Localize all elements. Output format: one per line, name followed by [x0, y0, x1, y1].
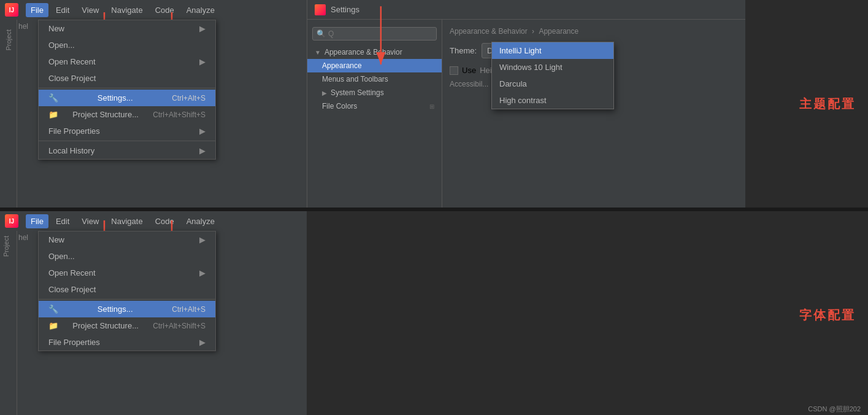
arrow-icon-recent-bottom: ▶ — [199, 268, 205, 277]
watermark: CSDN @照胆202 — [808, 405, 861, 414]
menu-item-file-props-label: File Properties — [48, 126, 100, 136]
settings-shortcut-top: Ctrl+Alt+S — [172, 94, 205, 103]
menu-code-top[interactable]: Code — [150, 3, 179, 17]
menu-item-open-label-bottom: Open... — [48, 252, 75, 261]
menu-item-close-label-bottom: Close Project — [48, 285, 96, 294]
arrow-icon-new-bottom: ▶ — [199, 235, 205, 244]
menu-item-file-props-label-bottom: File Properties — [48, 338, 100, 347]
settings-logo-top — [315, 4, 326, 15]
theme-option-intellij-light[interactable]: IntelliJ Light — [492, 42, 613, 59]
search-box-top[interactable]: 🔍 — [312, 27, 437, 41]
settings-panel-top: Settings 🔍 ▼ Appearance & Behavior Appea… — [307, 0, 745, 208]
menu-item-new-top[interactable]: New ▶ — [39, 20, 215, 37]
expand-icon-ss: ▶ — [322, 90, 327, 96]
file-colors-icon: ⊞ — [429, 103, 434, 110]
he-label-top: hel — [18, 22, 28, 31]
arrow-icon-new: ▶ — [199, 24, 205, 33]
menu-item-open-bottom[interactable]: Open... — [39, 248, 215, 265]
menu-view-bottom[interactable]: View — [77, 214, 104, 228]
settings-main-top: Appearance & Behavior › Appearance Theme… — [442, 20, 745, 208]
theme-popup-top: IntelliJ Light Windows 10 Light Darcula … — [491, 42, 614, 109]
breadcrumb-top: Appearance & Behavior › Appearance — [450, 27, 738, 36]
menu-item-project-struct-bottom[interactable]: 📁 Project Structure... Ctrl+Alt+Shift+S — [39, 317, 215, 334]
ide-bottom: IJ File Edit View Navigate Code Analyze … — [0, 211, 307, 415]
ide-title-bar-top: IJ File Edit View Navigate Code Analyze — [0, 0, 307, 20]
search-icon-top: 🔍 — [317, 29, 326, 38]
menu-item-open-recent-label: Open Recent — [48, 57, 96, 66]
menu-item-file-props-top[interactable]: File Properties ▶ — [39, 123, 215, 139]
menu-view-top[interactable]: View — [77, 3, 104, 17]
menu-file-top[interactable]: File — [26, 3, 48, 17]
tree-label-appearance: Appearance — [322, 61, 362, 70]
menu-analyze-bottom[interactable]: Analyze — [182, 214, 220, 228]
menu-edit-top[interactable]: Edit — [51, 3, 74, 17]
hei-label: Hei — [480, 66, 492, 75]
menu-navigate-top[interactable]: Navigate — [106, 3, 147, 17]
bottom-section: IJ File Edit View Navigate Code Analyze … — [0, 211, 868, 415]
tree-label-ab: Appearance & Behavior — [325, 48, 402, 56]
menu-item-local-history-label: Local History — [48, 146, 94, 155]
menu-analyze-top[interactable]: Analyze — [182, 3, 220, 17]
wrench-icon-bottom: 🔧 — [48, 304, 58, 314]
menu-bar-top: File Edit View Navigate Code Analyze — [26, 3, 220, 17]
menu-file-bottom[interactable]: File — [26, 214, 48, 228]
menu-item-settings-label-top: Settings... — [98, 93, 133, 103]
menu-item-open-top[interactable]: Open... — [39, 37, 215, 53]
wrench-icon-top: 🔧 — [48, 93, 58, 103]
project-sidebar-top: Project — [0, 20, 17, 208]
menu-edit-bottom[interactable]: Edit — [51, 214, 74, 228]
divider-1-bottom — [39, 299, 215, 300]
tree-item-appearance-top[interactable]: Appearance — [307, 59, 442, 72]
menu-navigate-bottom[interactable]: Navigate — [106, 214, 147, 228]
dropdown-menu-top: New ▶ Open... Open Recent ▶ Close Projec… — [38, 20, 216, 160]
breadcrumb-part1-top: Appearance & Behavior — [450, 27, 528, 36]
proj-struct-shortcut-top: Ctrl+Alt+Shift+S — [153, 111, 205, 119]
menu-item-open-recent-label-bottom: Open Recent — [48, 268, 96, 277]
divider-1-top — [39, 88, 215, 88]
project-struct-icon-bottom: 📁 — [48, 321, 58, 330]
use-checkbox[interactable] — [450, 66, 458, 75]
menu-item-proj-struct-label-top: Project Structure... — [72, 110, 139, 119]
menu-item-local-history-top[interactable]: Local History ▶ — [39, 142, 215, 159]
menu-item-new-bottom[interactable]: New ▶ — [39, 231, 215, 248]
menu-code-bottom[interactable]: Code — [150, 214, 179, 228]
menu-item-file-props-bottom[interactable]: File Properties ▶ — [39, 334, 215, 351]
sidebar-project-label[interactable]: Project — [2, 25, 15, 55]
settings-tree-top: 🔍 ▼ Appearance & Behavior Appearance Men… — [307, 20, 442, 208]
top-section: IJ File Edit View Navigate Code Analyze … — [0, 0, 868, 208]
settings-shortcut-bottom: Ctrl+Alt+S — [172, 305, 205, 314]
ide-top: IJ File Edit View Navigate Code Analyze … — [0, 0, 307, 208]
tree-item-system-settings-top[interactable]: ▶ System Settings — [307, 86, 442, 99]
ide-logo-top: IJ — [5, 3, 18, 17]
menu-item-settings-top[interactable]: 🔧 Settings... Ctrl+Alt+S — [39, 90, 215, 106]
menu-item-settings-bottom[interactable]: 🔧 Settings... Ctrl+Alt+S — [39, 301, 215, 317]
tree-item-menus-top[interactable]: Menus and Toolbars — [307, 72, 442, 86]
theme-option-high-contrast[interactable]: High contrast — [492, 92, 613, 109]
project-sidebar-bottom: Project — [0, 231, 17, 415]
dropdown-menu-bottom: New ▶ Open... Open Recent ▶ Close Projec… — [38, 231, 216, 351]
sidebar-project-label-bottom[interactable]: Project — [0, 231, 12, 262]
menu-item-open-recent-top[interactable]: Open Recent ▶ — [39, 53, 215, 70]
settings-content-top: 🔍 ▼ Appearance & Behavior Appearance Men… — [307, 20, 745, 208]
arrow-icon-file-props: ▶ — [199, 126, 205, 136]
breadcrumb-sep-top: › — [532, 27, 536, 36]
arrow-icon-recent: ▶ — [199, 57, 205, 66]
use-label: Use — [462, 66, 476, 75]
ide-logo-bottom: IJ — [5, 214, 18, 228]
menu-item-close-label: Close Project — [48, 74, 96, 83]
tree-item-appearance-behavior-top[interactable]: ▼ Appearance & Behavior — [307, 45, 442, 59]
search-input-top[interactable] — [328, 29, 432, 38]
menu-item-close-top[interactable]: Close Project — [39, 70, 215, 87]
he-label-bottom: hel — [18, 233, 28, 242]
menu-item-settings-label-bottom: Settings... — [98, 304, 133, 314]
breadcrumb-part2-top: Appearance — [539, 27, 578, 36]
divider-2-top — [39, 141, 215, 141]
tree-item-file-colors-top[interactable]: File Colors ⊞ — [307, 99, 442, 113]
project-struct-icon-top: 📁 — [48, 110, 58, 119]
menu-item-close-bottom[interactable]: Close Project — [39, 281, 215, 298]
menu-item-open-recent-bottom[interactable]: Open Recent ▶ — [39, 265, 215, 281]
menu-item-project-struct-top[interactable]: 📁 Project Structure... Ctrl+Alt+Shift+S — [39, 106, 215, 123]
theme-option-darcula[interactable]: Darcula — [492, 76, 613, 92]
theme-option-windows10[interactable]: Windows 10 Light — [492, 59, 613, 76]
arrow-icon-history: ▶ — [199, 146, 205, 155]
